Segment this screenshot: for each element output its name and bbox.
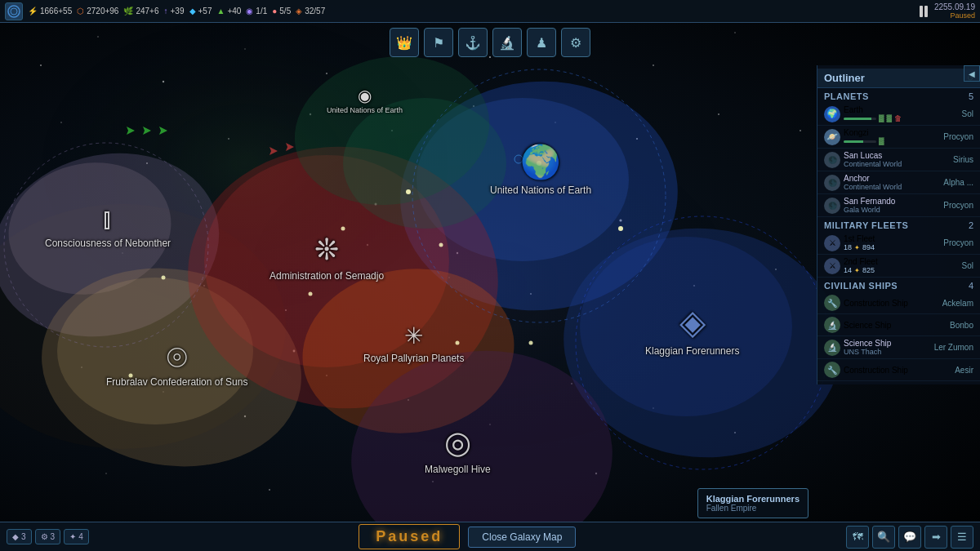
date-display: 2255.09.19 Paused bbox=[934, 2, 975, 20]
svg-point-18 bbox=[718, 113, 719, 115]
planet-san-lucas-name: San Lucas bbox=[844, 151, 950, 160]
ship-science-1[interactable]: 🔬 Science Ship Bonbo bbox=[817, 314, 980, 336]
planet-earth-info: Earth ▓ ▓ 🗑 bbox=[844, 105, 959, 122]
fleet-2nd-location: Sol bbox=[962, 261, 973, 270]
ship-construction-1-icon: 🔧 bbox=[824, 295, 840, 311]
planet-earth-name: Earth bbox=[844, 105, 959, 114]
close-galaxy-map-button[interactable]: Close Galaxy Map bbox=[468, 527, 576, 548]
resource-food: 🌿 247+6 bbox=[123, 7, 158, 16]
planet-anchor-icon: 🌑 bbox=[824, 175, 840, 191]
planets-section-title: Planets bbox=[824, 91, 869, 101]
military-fleets-title: Military Fleets bbox=[824, 220, 908, 230]
planet-san-fernando-info: San Fernando Gala World bbox=[844, 197, 940, 214]
ship-science-uns-thach-name: Science Ship bbox=[844, 339, 931, 348]
civilian-ships-count: 4 bbox=[969, 281, 973, 291]
civilian-ships-section-header[interactable]: Civilian Ships 4 bbox=[817, 278, 980, 292]
ship-science-uns-thach-info: Science Ship UNS Thach bbox=[844, 339, 931, 356]
fleet-1st-location: Procyon bbox=[943, 238, 973, 247]
ship-construction-2-info: Construction Ship bbox=[844, 366, 951, 375]
military-fleets-section-header[interactable]: Military Fleets 2 bbox=[817, 217, 980, 232]
resource-unity: ◆ +57 bbox=[189, 7, 212, 16]
planet-san-lucas-info: San Lucas Continental World bbox=[844, 151, 950, 168]
svg-point-73 bbox=[537, 161, 541, 166]
nav-technology[interactable]: 🔬 bbox=[492, 28, 522, 57]
bottom-map-button[interactable]: 🗺 bbox=[846, 526, 869, 549]
top-bar: ⚡ 1666+55 ⬡ 2720+96 🌿 247+6 ↑ +39 ◆ +57 … bbox=[0, 0, 980, 23]
fleet-1st-ships: 18 bbox=[844, 243, 852, 251]
bottom-btn-2[interactable]: ⚙ 3 bbox=[35, 529, 61, 544]
planet-anchor-name: Anchor bbox=[844, 174, 940, 183]
nav-situations[interactable]: ♟ bbox=[527, 28, 556, 57]
svg-point-72 bbox=[406, 189, 411, 194]
planet-kongzi-info: Kongzi ▓ bbox=[844, 128, 940, 145]
outliner-panel: Outliner ↺ Planets 5 🌍 Earth ▓ ▓ 🗑 Sol 🪐… bbox=[817, 65, 980, 384]
planet-earth[interactable]: 🌍 Earth ▓ ▓ 🗑 Sol bbox=[817, 103, 980, 126]
ship-construction-2[interactable]: 🔧 Construction Ship Aesir bbox=[817, 359, 980, 381]
svg-point-81 bbox=[439, 243, 443, 247]
resource-capacity: ◈ 32/57 bbox=[296, 7, 325, 16]
nav-ships[interactable]: ⚓ bbox=[458, 28, 488, 57]
planet-san-lucas-icon: 🌑 bbox=[824, 152, 840, 168]
fleet-1st[interactable]: ⚔ 1st Fleet 18 ✦ 894 Procyon bbox=[817, 232, 980, 255]
ship-science-uns-thach[interactable]: 🔬 Science Ship UNS Thach Ler Zumon bbox=[817, 336, 980, 359]
bottom-btn-1[interactable]: ◆ 3 bbox=[7, 529, 32, 544]
ship-construction-1-name: Construction Ship bbox=[844, 299, 939, 308]
planets-section-header[interactable]: Planets 5 bbox=[817, 88, 980, 103]
fleet-1st-icon: ⚔ bbox=[824, 235, 840, 251]
ship-construction-1-info: Construction Ship bbox=[844, 299, 939, 308]
bottom-menu-button[interactable]: ☰ bbox=[951, 526, 973, 549]
resource-pop: ● 5/5 bbox=[272, 7, 291, 16]
outliner-toggle[interactable]: ◀ bbox=[964, 65, 980, 82]
nav-settings[interactable]: ⚙ bbox=[561, 28, 590, 57]
ship-science-1-location: Bonbo bbox=[950, 321, 973, 330]
ship-construction-2-location: Aesir bbox=[955, 366, 973, 375]
planet-earth-progress bbox=[844, 118, 876, 120]
fleet-1st-name: 1st Fleet bbox=[844, 234, 940, 243]
resource-alloys: ▲ +40 bbox=[216, 7, 241, 16]
nav-government[interactable]: 👑 bbox=[390, 28, 419, 57]
resource-minerals: ⬡ 2720+96 bbox=[77, 7, 118, 16]
nav-factions[interactable]: ⚑ bbox=[424, 28, 453, 57]
bottom-messages-button[interactable]: 💬 bbox=[898, 526, 921, 549]
planet-anchor-info: Anchor Continental World bbox=[844, 174, 940, 191]
fleet-2nd-name: 2nd Fleet bbox=[844, 257, 959, 266]
ship-construction-1[interactable]: 🔧 Construction Ship Ackelam bbox=[817, 292, 980, 314]
bottom-search-button[interactable]: 🔍 bbox=[872, 526, 895, 549]
svg-point-86 bbox=[11, 8, 17, 15]
planet-kongzi[interactable]: 🪐 Kongzi ▓ Procyon bbox=[817, 126, 980, 149]
outliner-title: Outliner bbox=[824, 72, 865, 84]
ship-construction-2-name: Construction Ship bbox=[844, 366, 951, 375]
empire-tooltip: Klaggian Forerunners Fallen Empire bbox=[697, 488, 808, 518]
paused-label: Paused bbox=[359, 524, 460, 549]
planet-anchor[interactable]: 🌑 Anchor Continental World Alpha ... bbox=[817, 171, 980, 194]
fleet-2nd[interactable]: ⚔ 2nd Fleet 14 ✦ 825 Sol bbox=[817, 255, 980, 278]
planet-san-fernando-name: San Fernando bbox=[844, 197, 940, 206]
empire-tooltip-type: Fallen Empire bbox=[706, 504, 800, 513]
svg-point-19 bbox=[800, 130, 801, 131]
bottom-next-button[interactable]: ➡ bbox=[924, 526, 947, 549]
svg-point-85 bbox=[8, 6, 20, 17]
resource-energy: ⚡ 1666+55 bbox=[28, 7, 72, 16]
center-nav: 👑 ⚑ ⚓ 🔬 ♟ ⚙ bbox=[390, 28, 590, 57]
fleet-1st-power: 894 bbox=[862, 243, 875, 251]
military-fleets-count: 2 bbox=[969, 220, 973, 230]
bottom-right: 🗺 🔍 💬 ➡ ☰ bbox=[840, 526, 980, 549]
bottom-btn-3[interactable]: ✦ 4 bbox=[64, 529, 89, 544]
planet-kongzi-progress bbox=[844, 140, 876, 143]
ship-science-uns-thach-location: Ler Zumon bbox=[934, 343, 973, 352]
planet-san-fernando[interactable]: 🌑 San Fernando Gala World Procyon bbox=[817, 194, 980, 217]
planet-san-fernando-icon: 🌑 bbox=[824, 198, 840, 214]
ship-science-uns-thach-icon: 🔬 bbox=[824, 340, 840, 356]
empire-tooltip-name: Klaggian Forerunners bbox=[706, 494, 800, 504]
planet-san-lucas-location: Sirius bbox=[953, 155, 973, 164]
pause-button[interactable] bbox=[920, 6, 928, 17]
planet-san-lucas[interactable]: 🌑 San Lucas Continental World Sirius bbox=[817, 149, 980, 171]
svg-point-74 bbox=[341, 227, 345, 231]
svg-point-64 bbox=[343, 98, 506, 229]
svg-point-78 bbox=[162, 276, 166, 280]
ship-science-1-name: Science Ship bbox=[844, 321, 947, 330]
planet-san-fernando-location: Procyon bbox=[943, 201, 973, 210]
empire-button[interactable] bbox=[5, 2, 23, 20]
svg-point-61 bbox=[580, 237, 792, 416]
ship-science-1-info: Science Ship bbox=[844, 321, 947, 330]
